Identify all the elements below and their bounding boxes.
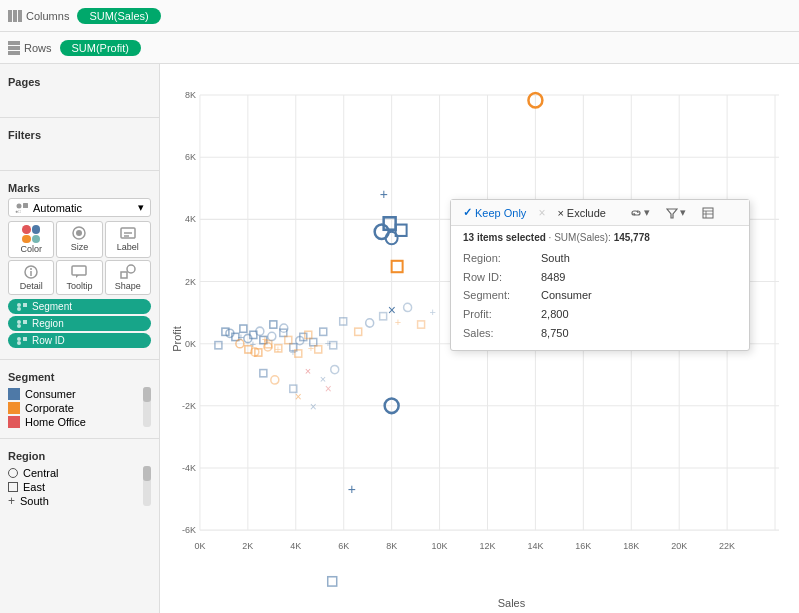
svg-rect-82 — [320, 328, 327, 335]
svg-text:12K: 12K — [480, 541, 496, 551]
tooltip-rowid-row: Row ID: 8489 — [463, 268, 737, 287]
columns-label: Columns — [8, 10, 69, 22]
svg-text:8K: 8K — [386, 541, 397, 551]
svg-text:6K: 6K — [185, 152, 196, 162]
svg-rect-76 — [215, 342, 222, 349]
tooltip-table: Region: South Row ID: 8489 Segment: Cons… — [463, 249, 737, 342]
segment-pill[interactable]: Segment — [8, 299, 151, 314]
svg-text:16K: 16K — [575, 541, 591, 551]
east-label: East — [23, 481, 45, 493]
svg-rect-131 — [392, 261, 403, 272]
legend-consumer: Consumer — [8, 387, 141, 401]
shape-button[interactable]: Shape — [105, 260, 151, 295]
svg-text:6K: 6K — [338, 541, 349, 551]
svg-rect-138 — [703, 208, 713, 218]
svg-text:×: × — [310, 400, 317, 414]
svg-rect-109 — [355, 328, 362, 335]
svg-text:-4K: -4K — [182, 463, 196, 473]
svg-text:10K: 10K — [432, 541, 448, 551]
region-scrollbar[interactable] — [143, 466, 151, 506]
consumer-label: Consumer — [25, 388, 76, 400]
marks-buttons-grid: Color Size Label Detail — [8, 221, 151, 295]
svg-text:+: + — [348, 481, 356, 497]
svg-rect-77 — [270, 321, 277, 328]
svg-text:+: + — [275, 343, 281, 355]
svg-text:18K: 18K — [623, 541, 639, 551]
svg-point-29 — [17, 341, 21, 345]
tooltip-sales-row: Sales: 8,750 — [463, 324, 737, 343]
svg-text:×: × — [325, 382, 332, 396]
exclude-button[interactable]: × Exclude — [553, 205, 610, 221]
region-legend-title: Region — [8, 446, 151, 466]
marks-type-dropdown[interactable]: ●□ Automatic ▾ — [8, 198, 151, 217]
svg-text:4K: 4K — [185, 214, 196, 224]
link-icon — [630, 207, 642, 219]
columns-pill[interactable]: SUM(Sales) — [77, 8, 160, 24]
svg-rect-88 — [285, 336, 292, 343]
svg-text:22K: 22K — [719, 541, 735, 551]
svg-point-27 — [17, 337, 21, 341]
legend-central: Central — [8, 466, 141, 480]
auto-icon: ●□ — [15, 202, 29, 214]
svg-text:●□: ●□ — [15, 208, 21, 214]
chart-area[interactable]: Profit Sales — [160, 64, 799, 613]
pages-section: Pages — [0, 68, 159, 114]
rows-pill[interactable]: SUM(Profit) — [60, 40, 141, 56]
table-button[interactable] — [698, 205, 718, 221]
color-button[interactable]: Color — [8, 221, 54, 258]
central-label: Central — [23, 467, 58, 479]
label-button[interactable]: Label — [105, 221, 151, 258]
svg-text:4K: 4K — [290, 541, 301, 551]
svg-text:20K: 20K — [671, 541, 687, 551]
tooltip-icon — [71, 264, 87, 280]
tooltip-popup: ✓ Keep Only × × Exclude ▾ — [450, 199, 750, 351]
toolbar-separator-1: × — [538, 206, 545, 220]
size-icon — [71, 225, 87, 241]
tooltip-segment-row: Segment: Consumer — [463, 286, 737, 305]
svg-text:×: × — [388, 301, 396, 317]
svg-rect-111 — [380, 313, 387, 320]
svg-rect-91 — [315, 346, 322, 353]
exclude-x-icon: × — [557, 207, 563, 219]
svg-text:+: + — [262, 332, 268, 344]
svg-point-95 — [268, 332, 276, 340]
svg-text:+: + — [238, 330, 244, 342]
funnel-icon — [666, 207, 678, 219]
link-button[interactable]: ▾ — [626, 204, 654, 221]
svg-point-117 — [271, 376, 279, 384]
segment-scrollbar[interactable] — [143, 387, 151, 427]
tooltip-profit-row: Profit: 2,800 — [463, 305, 737, 324]
svg-text:8K: 8K — [185, 90, 196, 100]
svg-point-23 — [17, 307, 21, 311]
homeoffice-label: Home Office — [25, 416, 86, 428]
checkmark-icon: ✓ — [463, 206, 472, 219]
svg-rect-136 — [328, 577, 337, 586]
east-shape — [8, 482, 18, 492]
tooltip-button[interactable]: Tooltip — [56, 260, 102, 295]
svg-text:×: × — [305, 365, 311, 377]
svg-point-24 — [17, 320, 21, 324]
south-shape: + — [8, 495, 15, 507]
region-pill[interactable]: Region — [8, 316, 151, 331]
keep-only-button[interactable]: ✓ Keep Only — [459, 204, 530, 221]
svg-rect-25 — [23, 320, 27, 324]
marks-section: Marks ●□ Automatic ▾ Color — [0, 174, 159, 356]
segment-legend: Segment Consumer Corporate H — [0, 363, 159, 435]
label-icon — [120, 225, 136, 241]
rowid-pill[interactable]: Row ID — [8, 333, 151, 348]
shape-icon — [120, 264, 136, 280]
svg-rect-0 — [8, 10, 12, 22]
svg-point-10 — [76, 230, 82, 236]
detail-button[interactable]: Detail — [8, 260, 54, 295]
svg-text:-6K: -6K — [182, 525, 196, 535]
svg-point-21 — [17, 303, 21, 307]
filter-button[interactable]: ▾ — [662, 204, 690, 221]
columns-icon — [8, 10, 22, 22]
size-button[interactable]: Size — [56, 221, 102, 258]
marks-title: Marks — [8, 178, 151, 198]
dropdown-arrow: ▾ — [138, 201, 144, 214]
app-container: Columns SUM(Sales) Rows SUM(Profit) Page… — [0, 0, 799, 613]
rows-label: Rows — [8, 41, 52, 55]
svg-text:0K: 0K — [194, 541, 205, 551]
svg-text:+: + — [308, 342, 314, 354]
